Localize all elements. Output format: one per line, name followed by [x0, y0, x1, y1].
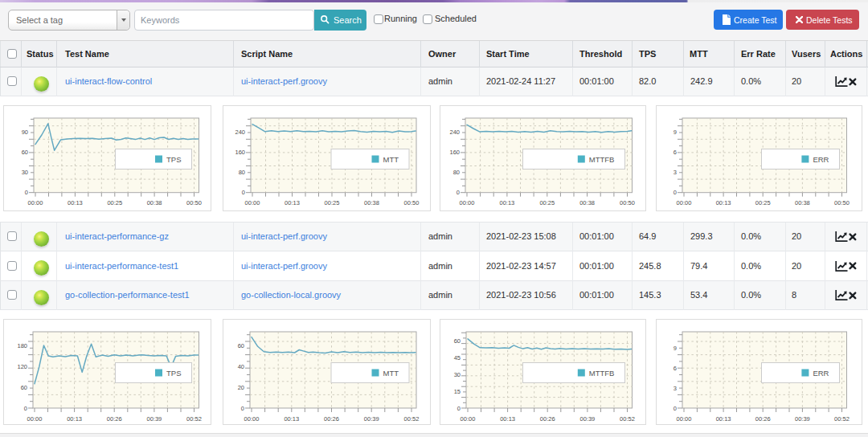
- svg-text:00:25: 00:25: [325, 199, 340, 206]
- svg-text:00:39: 00:39: [147, 415, 162, 423]
- svg-text:60: 60: [454, 337, 461, 345]
- svg-text:00:25: 00:25: [755, 199, 771, 206]
- svg-text:00:38: 00:38: [364, 199, 379, 206]
- svg-text:0: 0: [457, 189, 460, 196]
- svg-text:00:39: 00:39: [580, 415, 596, 423]
- svg-text:9: 9: [674, 129, 677, 136]
- svg-text:0: 0: [25, 189, 28, 196]
- svg-text:00:13: 00:13: [716, 199, 731, 206]
- svg-text:3: 3: [674, 169, 677, 176]
- svg-text:00:26: 00:26: [540, 415, 555, 423]
- svg-text:90: 90: [22, 129, 28, 136]
- svg-text:ERR: ERR: [813, 155, 829, 164]
- svg-text:180: 180: [17, 342, 27, 349]
- svg-text:00:50: 00:50: [404, 199, 420, 206]
- svg-text:00:38: 00:38: [795, 199, 810, 206]
- svg-text:160: 160: [449, 149, 460, 156]
- svg-text:0: 0: [674, 405, 677, 412]
- svg-text:30: 30: [22, 169, 28, 176]
- svg-text:60: 60: [22, 149, 28, 156]
- svg-text:00:25: 00:25: [107, 199, 122, 206]
- svg-text:0: 0: [242, 189, 245, 196]
- svg-text:MTTFB: MTTFB: [589, 369, 615, 378]
- svg-text:00:26: 00:26: [755, 415, 771, 423]
- svg-text:00:00: 00:00: [244, 415, 260, 423]
- svg-text:00:13: 00:13: [68, 199, 83, 206]
- svg-text:00:13: 00:13: [716, 415, 731, 423]
- svg-text:80: 80: [239, 169, 245, 176]
- svg-text:00:52: 00:52: [404, 415, 420, 423]
- svg-text:80: 80: [453, 169, 460, 176]
- svg-text:MTTFB: MTTFB: [589, 155, 615, 164]
- svg-text:00:52: 00:52: [186, 415, 202, 423]
- svg-text:00:39: 00:39: [795, 415, 810, 423]
- svg-text:ERR: ERR: [813, 369, 829, 378]
- svg-text:3: 3: [674, 385, 677, 392]
- svg-text:00:00: 00:00: [461, 415, 476, 423]
- svg-text:9: 9: [674, 345, 677, 352]
- svg-text:00:00: 00:00: [677, 415, 692, 423]
- svg-text:00:26: 00:26: [107, 415, 122, 423]
- svg-text:00:13: 00:13: [285, 199, 300, 206]
- svg-text:00:25: 00:25: [539, 199, 555, 206]
- svg-text:00:39: 00:39: [364, 415, 379, 423]
- svg-text:00:00: 00:00: [28, 199, 43, 206]
- svg-text:120: 120: [17, 363, 27, 370]
- svg-text:30: 30: [454, 371, 461, 378]
- svg-text:00:13: 00:13: [500, 415, 515, 423]
- svg-text:20: 20: [238, 384, 244, 391]
- svg-text:00:13: 00:13: [284, 415, 299, 423]
- svg-text:00:52: 00:52: [834, 415, 850, 423]
- svg-text:6: 6: [674, 149, 677, 156]
- svg-text:240: 240: [235, 129, 245, 136]
- svg-text:00:00: 00:00: [27, 415, 43, 423]
- svg-text:00:13: 00:13: [67, 415, 82, 423]
- svg-text:00:00: 00:00: [460, 199, 475, 206]
- svg-text:MTT: MTT: [383, 369, 399, 378]
- svg-text:0: 0: [241, 405, 244, 412]
- svg-text:00:00: 00:00: [245, 199, 260, 206]
- svg-text:45: 45: [454, 354, 461, 361]
- svg-text:00:50: 00:50: [186, 199, 202, 206]
- svg-text:00:00: 00:00: [677, 199, 692, 206]
- svg-text:00:50: 00:50: [834, 199, 850, 206]
- svg-text:0: 0: [457, 405, 461, 412]
- svg-text:60: 60: [238, 342, 244, 349]
- svg-text:00:13: 00:13: [500, 199, 515, 206]
- svg-text:00:52: 00:52: [620, 415, 635, 423]
- svg-text:TPS: TPS: [166, 155, 181, 164]
- svg-text:00:26: 00:26: [324, 415, 339, 423]
- svg-text:0: 0: [24, 405, 27, 412]
- svg-text:6: 6: [674, 365, 677, 372]
- svg-text:TPS: TPS: [166, 369, 181, 378]
- svg-text:160: 160: [235, 149, 245, 156]
- svg-text:40: 40: [238, 363, 244, 370]
- svg-text:00:38: 00:38: [147, 199, 162, 206]
- svg-text:MTT: MTT: [383, 155, 399, 164]
- svg-text:00:38: 00:38: [579, 199, 595, 206]
- svg-text:00:50: 00:50: [620, 199, 635, 206]
- svg-text:15: 15: [454, 388, 461, 395]
- svg-text:60: 60: [21, 384, 27, 391]
- svg-text:240: 240: [449, 129, 460, 136]
- svg-text:0: 0: [674, 189, 677, 196]
